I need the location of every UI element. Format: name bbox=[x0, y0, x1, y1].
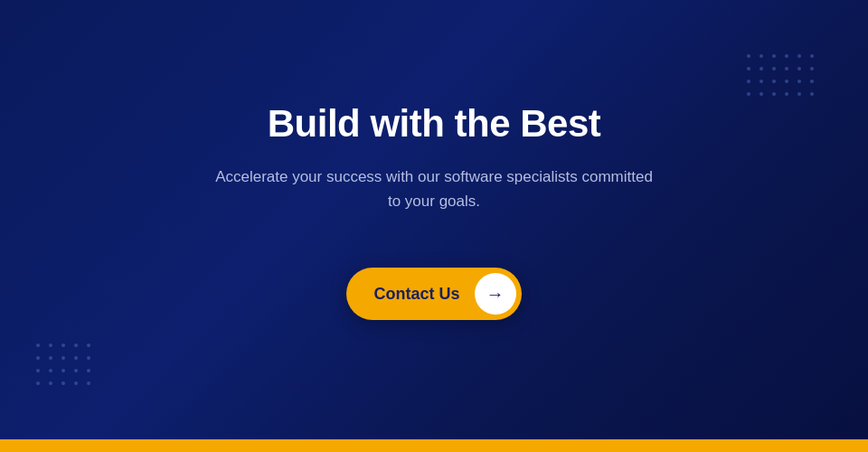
dot bbox=[810, 54, 814, 58]
cta-button-label: Contact Us bbox=[373, 285, 459, 304]
dot bbox=[797, 92, 801, 96]
dot bbox=[49, 381, 52, 385]
dot bbox=[760, 80, 763, 83]
dot bbox=[36, 369, 40, 372]
dot bbox=[772, 92, 776, 96]
hero-subtitle: Accelerate your success with our softwar… bbox=[215, 165, 653, 213]
dot bbox=[74, 344, 78, 347]
bottom-bar bbox=[0, 439, 868, 452]
dot bbox=[87, 344, 90, 347]
dot bbox=[61, 344, 65, 347]
dot bbox=[87, 381, 90, 385]
dot bbox=[61, 356, 65, 360]
cta-arrow-circle: → bbox=[475, 273, 516, 315]
dot bbox=[785, 80, 788, 83]
dot bbox=[810, 67, 814, 71]
dot bbox=[760, 92, 763, 96]
dot bbox=[785, 67, 788, 71]
dot bbox=[36, 381, 40, 385]
dot bbox=[747, 92, 750, 96]
dot bbox=[36, 356, 40, 360]
dot bbox=[772, 54, 776, 58]
dot bbox=[772, 80, 776, 83]
dot bbox=[797, 80, 801, 83]
dot bbox=[87, 356, 90, 360]
dot bbox=[772, 67, 776, 71]
dot bbox=[785, 92, 788, 96]
dot bbox=[61, 369, 65, 372]
dot bbox=[87, 369, 90, 372]
dot bbox=[747, 67, 750, 71]
dot-grid-top-right bbox=[747, 54, 814, 96]
dot bbox=[760, 54, 763, 58]
hero-section: Build with the Best Accelerate your succ… bbox=[0, 0, 868, 439]
contact-us-button[interactable]: Contact Us → bbox=[346, 268, 521, 320]
dot bbox=[49, 344, 52, 347]
dot bbox=[49, 356, 52, 360]
dot bbox=[797, 67, 801, 71]
dot bbox=[61, 381, 65, 385]
page-wrapper: Build with the Best Accelerate your succ… bbox=[0, 0, 868, 452]
dot-grid-bottom-left bbox=[36, 344, 90, 385]
hero-title: Build with the Best bbox=[268, 101, 601, 146]
dot bbox=[747, 80, 750, 83]
dot bbox=[74, 369, 78, 372]
dot bbox=[74, 356, 78, 360]
dot bbox=[36, 344, 40, 347]
dot bbox=[785, 54, 788, 58]
dot bbox=[810, 92, 814, 96]
dot bbox=[797, 54, 801, 58]
dot bbox=[74, 381, 78, 385]
dot bbox=[747, 54, 750, 58]
dot bbox=[760, 67, 763, 71]
dot bbox=[810, 80, 814, 83]
arrow-right-icon: → bbox=[486, 285, 505, 303]
dot bbox=[49, 369, 52, 372]
